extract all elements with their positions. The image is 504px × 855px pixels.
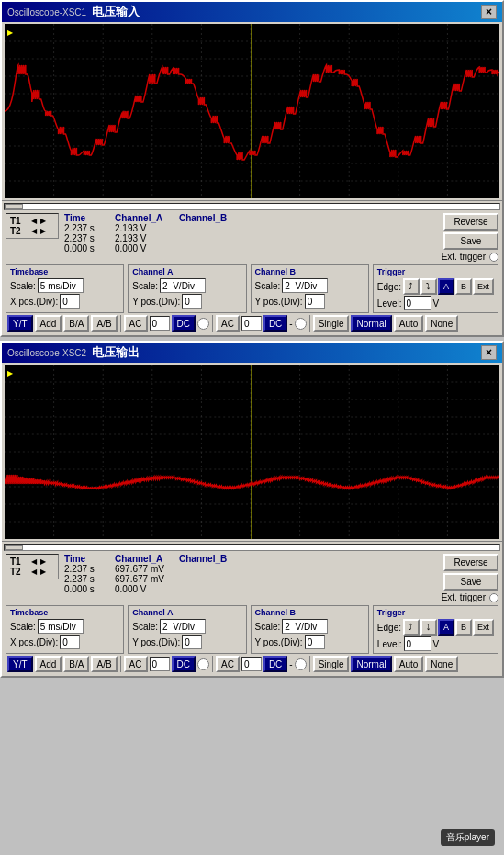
scrollbar-thumb-1[interactable] — [5, 204, 23, 209]
dc2-btn-1[interactable]: DC — [263, 315, 287, 332]
val1-input-2[interactable] — [150, 657, 170, 671]
ba-btn-1[interactable]: B/A — [63, 315, 89, 332]
edge-falling-2[interactable]: ⤵ — [420, 619, 437, 636]
marker-1: ▶ — [7, 28, 13, 37]
t1-right-arrow-1[interactable]: ▶ — [39, 217, 47, 225]
edge-falling-1[interactable]: ⤵ — [420, 278, 437, 295]
none-btn-2[interactable]: None — [425, 656, 458, 672]
save-button-1[interactable]: Save — [443, 232, 498, 250]
t2-left-arrow-2[interactable]: ◀ — [30, 568, 38, 576]
yt-btn-1[interactable]: Y/T — [7, 315, 33, 332]
scrollbar-track-1[interactable] — [4, 203, 500, 210]
level-input-1[interactable] — [404, 296, 431, 310]
cha-header-2: Channel_A — [113, 554, 177, 564]
single-btn-1[interactable]: Single — [313, 315, 350, 332]
divider-1 — [120, 315, 121, 332]
add-btn-1[interactable]: Add — [35, 315, 62, 332]
ac2-btn-1[interactable]: AC — [216, 315, 240, 332]
ac2-btn-2[interactable]: AC — [216, 656, 240, 672]
level-input-2[interactable] — [404, 636, 431, 651]
dc1-btn-2[interactable]: DC — [172, 656, 196, 672]
single-btn-2[interactable]: Single — [313, 656, 350, 672]
timebase-xpos-row-1: X pos.(Div): — [10, 294, 119, 309]
chb-ypos-input-1[interactable] — [305, 294, 325, 309]
t1-left-arrow-2[interactable]: ◀ — [30, 557, 38, 566]
t2-right-arrow-2[interactable]: ▶ — [39, 568, 47, 576]
edge-rising-2[interactable]: ⤴ — [403, 619, 420, 636]
normal-btn-1[interactable]: Normal — [351, 315, 391, 332]
trigger-group-1: Trigger Edge: ⤴ ⤵ A B Ext Level: V — [373, 264, 498, 313]
cha-ypos-input-2[interactable] — [182, 635, 202, 649]
val2-input-2[interactable] — [241, 657, 262, 671]
xpos-input-1[interactable] — [60, 294, 80, 309]
title-main-2: 电压输出 — [92, 344, 140, 361]
auto-btn-2[interactable]: Auto — [394, 656, 424, 672]
ch2-radio-1[interactable] — [295, 318, 307, 330]
ext-trigger-radio-2[interactable] — [489, 593, 498, 602]
edge-a-1[interactable]: A — [438, 278, 454, 295]
reverse-button-2[interactable]: Reverse — [443, 554, 498, 571]
normal-btn-2[interactable]: Normal — [351, 656, 391, 672]
ch1-radio-1[interactable] — [197, 318, 209, 330]
t2t1-cha-2: 0.000 V — [113, 584, 177, 594]
close-button-1[interactable]: × — [481, 5, 497, 19]
chb-ypos-input-2[interactable] — [305, 635, 325, 649]
oscilloscope-2: Oscilloscope-XSC2 电压输出 × ▶ — [0, 341, 504, 678]
cursor-t1-row-2: T1 ◀ ▶ — [10, 557, 54, 567]
t1-chb-1 — [177, 223, 241, 233]
ab-btn-1[interactable]: A/B — [91, 315, 117, 332]
ba-btn-2[interactable]: B/A — [63, 656, 89, 672]
ac1-btn-1[interactable]: AC — [124, 315, 148, 332]
scale-input-1[interactable] — [38, 278, 84, 293]
reverse-button-1[interactable]: Reverse — [443, 213, 498, 231]
cha-scale-input-1[interactable] — [160, 278, 206, 293]
ab-btn-2[interactable]: A/B — [91, 656, 117, 672]
scrollbar-track-2[interactable] — [4, 544, 500, 551]
cha-scale-label-2: Scale: — [132, 622, 158, 632]
save-button-2[interactable]: Save — [443, 573, 498, 591]
controls-area-2: T1 ◀ ▶ T2 ◀ ▶ Time Channel_A Channel_B — [2, 552, 502, 676]
chb-ypos-row-2: Y pos.(Div): — [255, 635, 364, 649]
t2-left-arrow-1[interactable]: ◀ — [30, 227, 38, 235]
ch2-radio-2[interactable] — [295, 658, 307, 670]
t2-right-arrow-1[interactable]: ▶ — [39, 227, 47, 235]
none-btn-1[interactable]: None — [425, 315, 458, 332]
cha-scale-input-2[interactable] — [160, 619, 206, 634]
ext-trigger-label-1: Ext. trigger — [442, 252, 486, 262]
val2-input-1[interactable] — [241, 316, 262, 331]
edge-ext-2[interactable]: Ext — [473, 619, 494, 636]
auto-btn-1[interactable]: Auto — [394, 315, 424, 332]
edge-ext-1[interactable]: Ext — [473, 278, 494, 295]
cha-scale-label-1: Scale: — [132, 281, 158, 291]
edge-rising-1[interactable]: ⤴ — [403, 278, 420, 295]
close-button-2[interactable]: × — [481, 345, 497, 360]
edge-b-2[interactable]: B — [455, 619, 472, 636]
t1-right-arrow-2[interactable]: ▶ — [39, 557, 47, 566]
scrollbar-2[interactable] — [2, 541, 502, 552]
scrollbar-1[interactable] — [2, 200, 502, 211]
edge-b-1[interactable]: B — [455, 278, 472, 295]
dc2-btn-2[interactable]: DC — [263, 656, 287, 672]
xpos-input-2[interactable] — [60, 635, 80, 649]
t2-label-2: T2 — [10, 567, 28, 577]
scale-input-2[interactable] — [38, 619, 84, 634]
measurement-table-2: Time Channel_A Channel_B 2.237 s 697.677… — [62, 554, 438, 594]
dc-dash-2: - — [289, 659, 292, 669]
t1-left-arrow-1[interactable]: ◀ — [30, 217, 38, 225]
ext-trigger-radio-1[interactable] — [489, 253, 498, 262]
timebase-title-1: Timebase — [10, 267, 119, 276]
cha-ypos-label-1: Y pos.(Div): — [132, 297, 180, 307]
cha-ypos-input-1[interactable] — [182, 294, 202, 309]
cha-title-1: Channel A — [132, 267, 241, 276]
ac1-btn-2[interactable]: AC — [124, 656, 148, 672]
scrollbar-thumb-2[interactable] — [5, 545, 23, 550]
val1-input-1[interactable] — [150, 316, 170, 331]
add-btn-2[interactable]: Add — [35, 656, 62, 672]
ch1-radio-2[interactable] — [197, 658, 209, 670]
t1-cha-1: 2.193 V — [113, 223, 177, 233]
edge-a-2[interactable]: A — [438, 619, 454, 636]
chb-scale-input-2[interactable] — [282, 619, 328, 634]
chb-scale-input-1[interactable] — [282, 278, 328, 293]
dc1-btn-1[interactable]: DC — [172, 315, 196, 332]
yt-btn-2[interactable]: Y/T — [7, 656, 33, 672]
